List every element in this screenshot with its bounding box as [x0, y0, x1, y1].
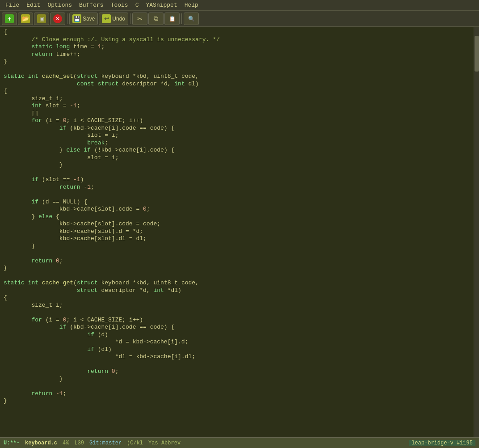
status-filename: keyboard.c	[25, 440, 57, 446]
paste-button[interactable]	[164, 13, 180, 25]
menu-options[interactable]: Options	[44, 1, 76, 9]
copy-icon	[151, 14, 160, 23]
search-icon	[187, 14, 196, 23]
status-percent: 4%	[63, 440, 69, 446]
cut-button[interactable]	[132, 13, 147, 25]
open-file-button[interactable]	[18, 13, 33, 25]
menu-c[interactable]: C	[132, 1, 143, 9]
toolbar-separator-3	[181, 13, 182, 24]
scrollbar-thumb[interactable]	[475, 36, 479, 72]
menu-file[interactable]: File	[2, 1, 23, 9]
paste-icon	[168, 14, 176, 23]
toolbar-separator-2	[130, 13, 130, 24]
status-encoding: (C/kl	[127, 440, 143, 446]
status-tail: leap-bridge-v #1195	[409, 440, 475, 446]
new-file-button[interactable]	[2, 13, 17, 25]
menu-yasnippet[interactable]: YASnippet	[142, 1, 181, 9]
save-disk-icon	[72, 14, 81, 23]
cut-icon	[135, 14, 144, 23]
status-line: L39	[74, 440, 84, 446]
statusbar: U:**- keyboard.c 4% L39 Git:master (C/kl…	[0, 437, 479, 448]
undo-icon	[102, 14, 111, 23]
code-area[interactable]: { /* Close enough :/. Using a syscall is…	[0, 27, 474, 437]
close-button[interactable]	[50, 13, 65, 25]
search-button[interactable]	[184, 13, 199, 25]
save-disk-button[interactable]: Save	[69, 13, 98, 25]
menu-help[interactable]: Help	[181, 1, 202, 9]
close-icon	[53, 14, 62, 23]
status-abbrev: Yas Abbrev	[148, 440, 181, 446]
status-git: Git:master	[89, 440, 122, 446]
menu-buffers[interactable]: Buffers	[76, 1, 107, 9]
menubar: File Edit Options Buffers Tools C YASnip…	[0, 0, 479, 11]
save-file-button[interactable]	[34, 13, 49, 25]
toolbar: Save Undo	[0, 11, 479, 27]
copy-button[interactable]	[148, 13, 164, 25]
save-file-icon	[37, 14, 46, 23]
editor-container: { /* Close enough :/. Using a syscall is…	[0, 27, 479, 437]
undo-label: Undo	[112, 16, 125, 22]
code-display: { /* Close enough :/. Using a syscall is…	[0, 29, 474, 405]
save-label: Save	[83, 16, 95, 22]
undo-button[interactable]: Undo	[99, 13, 128, 25]
scrollbar[interactable]	[474, 27, 479, 437]
menu-tools[interactable]: Tools	[107, 1, 132, 9]
status-mode: U:**-	[4, 440, 20, 446]
new-file-icon	[5, 14, 14, 23]
open-file-icon	[21, 14, 30, 23]
toolbar-separator-1	[67, 13, 67, 24]
menu-edit[interactable]: Edit	[23, 1, 44, 9]
